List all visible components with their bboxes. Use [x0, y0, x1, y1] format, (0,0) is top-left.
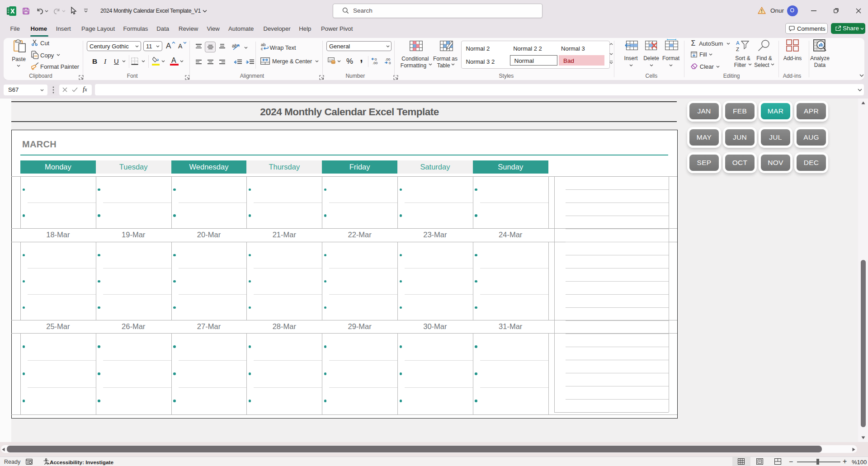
- svg-text:0: 0: [389, 61, 391, 65]
- svg-text:Z: Z: [736, 47, 739, 52]
- svg-text:A: A: [736, 40, 740, 46]
- svg-text:c: c: [261, 46, 263, 51]
- svg-text:ab: ab: [232, 43, 237, 48]
- svg-text:.00: .00: [373, 61, 378, 65]
